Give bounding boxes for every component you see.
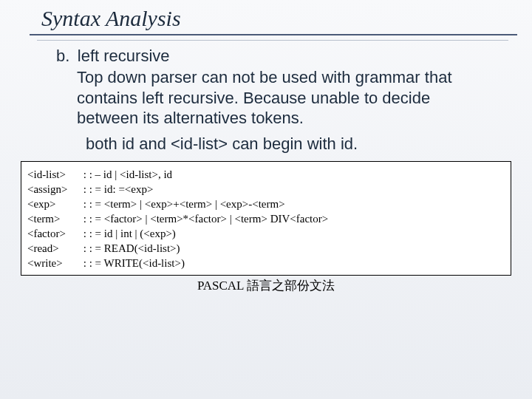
grammar-left: <id-list> (27, 168, 81, 181)
grammar-right: : : = id | int | (<exp>) (83, 228, 176, 239)
grammar-row: <factor> : : = id | int | (<exp>) (27, 228, 505, 240)
grammar-caption: PASCAL 語言之部份文法 (0, 277, 532, 294)
grammar-box: <id-list> : : – id | <id-list>, id <assi… (21, 161, 511, 276)
grammar-left: <exp> (27, 198, 81, 211)
page-title: Syntax Analysis (41, 6, 532, 31)
section-heading: left recursive (78, 47, 170, 65)
grammar-row: <read> : : = READ(<id-list>) (27, 242, 505, 255)
grammar-left: <term> (27, 213, 81, 225)
grammar-right: : : = WRITE(<id-list>) (83, 257, 185, 269)
grammar-right: : : = id: =<exp> (83, 183, 154, 195)
grammar-row: <term> : : = <factor> | <term>*<factor> … (27, 213, 505, 225)
grammar-row: <exp> : : = <term> | <exp>+<term> | <exp… (27, 198, 505, 211)
grammar-row: <id-list> : : – id | <id-list>, id (27, 168, 505, 181)
grammar-right: : : = <factor> | <term>*<factor> | <term… (83, 213, 328, 225)
grammar-left: <read> (27, 242, 81, 255)
section-note: both id and <id-list> can begin with id. (86, 134, 495, 154)
grammar-right: : : = READ(<id-list>) (83, 242, 180, 254)
grammar-row: <assign> : : = id: =<exp> (27, 183, 505, 196)
grammar-left: <assign> (27, 183, 81, 196)
grammar-left: <write> (27, 257, 81, 270)
grammar-left: <factor> (27, 228, 81, 240)
grammar-right: : : = <term> | <exp>+<term> | <exp>-<ter… (83, 198, 285, 210)
section-body: Top down parser can not be used with gra… (77, 67, 495, 129)
content-block: b. left recursive Top down parser can no… (0, 47, 532, 154)
grammar-right: : : – id | <id-list>, id (83, 168, 172, 180)
grammar-row: <write> : : = WRITE(<id-list>) (27, 257, 505, 270)
section-label: b. (56, 47, 69, 65)
title-divider (30, 34, 517, 35)
sub-divider (37, 40, 508, 41)
